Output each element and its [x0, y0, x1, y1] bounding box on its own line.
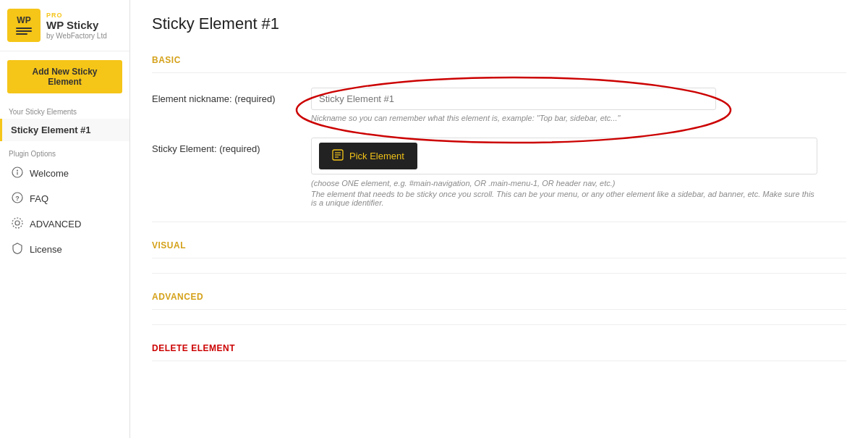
svg-text:?: ? [15, 195, 20, 202]
logo-area: WP PRO WP Sticky by WebFactory Ltd [0, 0, 129, 51]
nickname-hint: Nickname so you can remember what this e… [311, 114, 716, 122]
your-sticky-elements-label: Your Sticky Elements [0, 102, 129, 119]
visual-divider [152, 222, 846, 222]
nickname-label: Element nickname: (required) [152, 88, 297, 104]
faq-icon: ? [11, 192, 24, 206]
license-icon [11, 243, 24, 256]
nickname-form-row: Element nickname: (required) Nickname so… [152, 88, 846, 123]
logo-pro-badge: PRO [46, 12, 107, 19]
main-content: Sticky Element #1 BASIC Element nickname… [130, 0, 868, 438]
sticky-element-input-wrapper: Pick Element [311, 138, 817, 174]
sticky-element-1-label: Sticky Element #1 [11, 125, 91, 135]
sidebar: WP PRO WP Sticky by WebFactory Ltd Add N… [0, 0, 130, 438]
license-label: License [30, 244, 62, 255]
sticky-element-label: Sticky Element: (required) [152, 138, 297, 154]
visual-section-header[interactable]: VISUAL [152, 233, 846, 258]
pick-element-button[interactable]: Pick Element [319, 143, 417, 169]
nickname-input[interactable] [311, 88, 716, 110]
svg-point-1 [17, 170, 18, 172]
svg-point-5 [15, 221, 20, 225]
sticky-element-field-container: Pick Element (choose ONE element, e.g. #… [311, 138, 817, 207]
delete-section-header[interactable]: DELETE ELEMENT [152, 336, 846, 361]
sticky-element-form-row: Sticky Element: (required) Pick Eleme [152, 138, 846, 207]
advanced-divider [152, 273, 846, 274]
advanced-options-label: ADVANCED [30, 219, 81, 229]
welcome-label: Welcome [30, 168, 69, 179]
logo-subtitle: by WebFactory Ltd [46, 32, 107, 40]
add-new-sticky-element-button[interactable]: Add New Sticky Element [7, 60, 122, 93]
advanced-section-header[interactable]: ADVANCED [152, 285, 846, 310]
advanced-options-icon [11, 217, 24, 231]
sticky-element-hint2: The element that needs to be sticky once… [311, 190, 817, 207]
faq-label: FAQ [30, 193, 48, 204]
basic-section-header[interactable]: BASIC [152, 48, 846, 73]
svg-point-6 [12, 218, 22, 228]
sidebar-item-welcome[interactable]: Welcome [0, 161, 129, 186]
welcome-icon [11, 167, 24, 180]
sidebar-item-license[interactable]: License [0, 237, 129, 262]
delete-divider [152, 324, 846, 325]
page-title: Sticky Element #1 [152, 14, 846, 33]
logo-title: WP Sticky [46, 19, 107, 32]
logo-wp-text: WP [17, 16, 30, 25]
sidebar-item-advanced-options[interactable]: ADVANCED [0, 211, 129, 237]
sidebar-item-faq[interactable]: ? FAQ [0, 186, 129, 211]
sidebar-item-sticky-element-1[interactable]: Sticky Element #1 [0, 119, 129, 141]
logo-icon: WP [7, 9, 41, 42]
sticky-element-hint1: (choose ONE element, e.g. #main-navigati… [311, 179, 817, 188]
circle-highlight-svg [293, 75, 734, 146]
plugin-options-label: Plugin Options [0, 141, 129, 161]
logo-text: PRO WP Sticky by WebFactory Ltd [46, 12, 107, 40]
pick-element-label: Pick Element [349, 151, 404, 161]
nickname-field-container: Nickname so you can remember what this e… [311, 88, 817, 123]
pick-element-icon [332, 149, 344, 163]
